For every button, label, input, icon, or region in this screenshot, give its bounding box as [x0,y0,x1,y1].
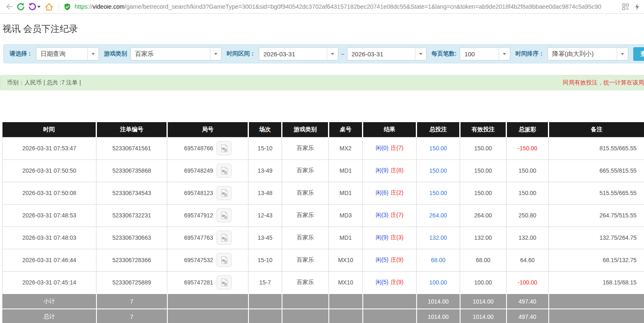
date-from-select[interactable]: 2026-03-31 [259,47,338,60]
toolbar-divider [59,2,59,11]
result-cell: 闲(9)庄(3) [363,227,417,249]
game-type-select[interactable]: 百家乐 [130,47,222,60]
result-cell: 闲(0)庄(7) [363,137,417,159]
total-bet-link[interactable]: 150.00 [429,145,447,152]
total-bet-link[interactable]: 264.00 [429,212,447,219]
page-size-value: 100 [460,51,499,58]
date-from-value: 2026-03-31 [259,51,327,58]
refresh-button[interactable] [15,1,27,12]
qr-code-icon[interactable] [622,3,630,11]
summary-empty-game [282,294,329,309]
result-banker: 庄(7) [391,145,403,151]
bet-records-table: 时间注单编号局号场次游戏类别桌号结果总投注有效投注总派彩备注 2026-03-3… [2,122,644,323]
page-size-select[interactable]: 100 [460,47,510,60]
search-button[interactable]: 查询 [633,47,644,61]
site-security-badge[interactable] [63,3,71,11]
total-bet-link[interactable]: 100.00 [429,279,447,286]
video-replay-button[interactable] [217,164,232,178]
table-row: 2026-03-31 07:53:47523306741561695748766… [2,137,644,159]
summary-empty-table [329,309,363,323]
video-replay-button[interactable] [217,141,232,155]
round-id-wrap: 695748249 [184,164,231,178]
back-button[interactable] [3,1,15,12]
column-header: 有效投注 [460,122,507,137]
round-id-text: 695747281 [184,279,213,286]
remark-cell: 815.55/665.55 [549,137,644,159]
round-id-wrap: 695748123 [184,186,231,200]
video-replay-button[interactable] [217,208,232,222]
column-header: 局号 [167,122,248,137]
shield-check-icon [63,3,71,11]
round-id-text: 695747532 [184,257,213,263]
lightning-icon[interactable] [634,3,641,11]
total-bet-link[interactable]: 68.00 [431,257,445,263]
video-file-icon [219,256,229,265]
table-no-cell: MX10 [329,249,363,271]
video-replay-button[interactable] [217,231,232,245]
round-id-cell: 695747281 [167,271,248,294]
round-id-cell: 695747912 [167,204,248,227]
result-cell: 闲(9)庄(8) [363,159,417,182]
total-bet-cell: 100.00 [417,271,460,294]
total-bet-cell: 150.00 [417,159,460,182]
game-type-cell: 百家乐 [282,227,329,249]
summary-empty-result [363,309,417,323]
result-player: 闲(9) [376,234,388,241]
summary-total-bet: 1014.00 [417,309,460,323]
total-bet-link[interactable]: 132.00 [429,234,447,241]
total-bet-link[interactable]: 150.00 [429,190,447,196]
bet-id-cell: 523306728366 [96,249,167,271]
bet-id-cell: 523306725889 [96,271,167,294]
table-row: 2026-03-31 07:45:14523306725889695747281… [2,271,644,294]
chevron-down-icon [327,48,338,60]
summary-empty-table [329,294,363,309]
round-id-cell: 695748249 [167,159,248,182]
video-replay-button[interactable] [217,275,232,289]
payout-cell: 150.00 [507,182,549,204]
chevron-down-icon [415,48,426,60]
sort-order-value: 降幂(由大到小) [548,50,617,58]
date-range-label: 时间区间： [227,50,256,58]
grand-total-row: 总计71014.001014.00497.40 [2,309,644,323]
table-row: 2026-03-31 07:50:08523306734543695748123… [2,182,644,204]
home-button[interactable] [43,1,55,12]
table-row: 2026-03-31 07:48:53523306732231695747912… [2,204,644,227]
table-row: 2026-03-31 07:46:44523306728366695747532… [2,249,644,271]
total-bet-cell: 132.00 [417,227,460,249]
round-id-cell: 695747763 [167,227,248,249]
undo-dropdown-caret-icon[interactable] [37,6,41,8]
undo-history-button[interactable] [27,1,38,12]
payout-cell: 250.80 [507,204,549,227]
browser-toolbar: https://videoie.com/game/betrecord_searc… [0,0,644,14]
round-id-text: 695748123 [184,190,213,196]
bet-id-cell: 523306730663 [96,227,167,249]
query-type-select[interactable]: 日期查询 [36,47,99,60]
video-file-icon [219,278,229,287]
payout-cell: 64.60 [507,249,549,271]
time-cell: 2026-03-31 07:50:50 [2,159,96,182]
summary-empty-round [167,309,248,323]
table-no-cell: MD3 [329,204,363,227]
session-cell: 13-49 [248,159,282,182]
video-file-icon [219,211,229,220]
page-title: 视讯 会员下注纪录 [2,23,644,35]
column-header: 注单编号 [96,122,167,137]
url-protocol: https [75,3,87,10]
time-cell: 2026-03-31 07:48:03 [2,227,96,249]
url-domain: videoie.com [93,3,125,10]
result-player: 闲(5) [376,256,388,263]
subtotal-row: 小计71014.001014.00497.40 [2,294,644,309]
valid-bet-cell: 68.00 [460,249,507,271]
result-banker: 庄(8) [391,167,403,174]
summary-count: 7 [96,294,167,309]
video-replay-button[interactable] [217,253,232,267]
page-size-label: 每页笔数: [432,50,457,58]
address-bar[interactable]: https://videoie.com/game/betrecord_searc… [75,3,619,10]
total-bet-link[interactable]: 150.00 [429,167,447,174]
video-replay-button[interactable] [217,186,232,200]
result-player: 闲(6) [376,189,388,196]
sort-order-select[interactable]: 降幂(由大到小) [548,47,628,60]
chevron-down-icon [617,48,628,60]
date-to-select[interactable]: 2026-03-31 [347,47,427,60]
summary-empty-session [248,294,282,309]
